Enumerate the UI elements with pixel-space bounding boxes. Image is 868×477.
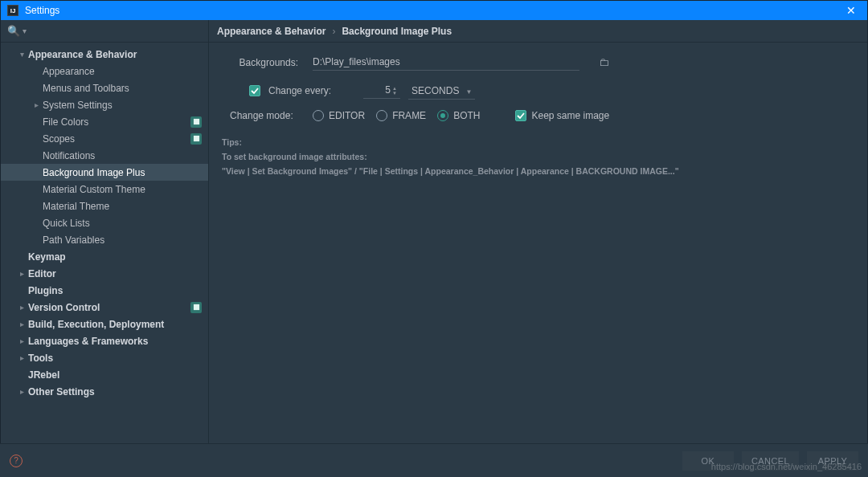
tree-item-label: File Colors: [43, 116, 190, 128]
backgrounds-row: Backgrounds: 🗀: [222, 54, 859, 71]
folder-icon[interactable]: 🗀: [599, 56, 609, 68]
change-every-row: Change every: ▲▼ SECONDS ▼: [222, 82, 859, 99]
help-icon[interactable]: ?: [10, 455, 23, 467]
tree-row[interactable]: ▸Version Control: [1, 299, 208, 316]
close-icon[interactable]: ✕: [841, 4, 861, 17]
tree-row[interactable]: Menus and Toolbars: [1, 80, 208, 96]
search-bar[interactable]: 🔍 ▾: [1, 20, 208, 43]
tree-item-label: Background Image Plus: [43, 167, 202, 178]
chevron-right-icon: ›: [332, 26, 335, 37]
project-scope-icon: [190, 302, 202, 313]
chevron-down-icon[interactable]: ▾: [23, 26, 27, 35]
settings-tree: ▾Appearance & BehaviorAppearanceMenus an…: [1, 43, 208, 476]
tree-row[interactable]: ▾Appearance & Behavior: [1, 46, 208, 63]
tree-item-label: System Settings: [43, 100, 202, 111]
chevron-right-icon[interactable]: ▸: [15, 269, 28, 278]
keep-same-label: Keep same image: [531, 110, 609, 121]
mode-both-radio[interactable]: [437, 110, 448, 121]
ok-button[interactable]: OK: [682, 451, 734, 471]
tree-item-label: Editor: [28, 268, 202, 279]
tree-item-label: Version Control: [28, 302, 190, 313]
tree-row[interactable]: Background Image Plus: [1, 164, 208, 181]
project-scope-icon: [190, 116, 202, 128]
tree-item-label: Build, Execution, Deployment: [28, 319, 202, 330]
titlebar: IJ Settings ✕: [1, 1, 867, 20]
tree-item-label: Plugins: [28, 285, 202, 296]
settings-window: IJ Settings ✕ 🔍 ▾ ▾Appearance & Behavior…: [0, 0, 868, 477]
chevron-right-icon[interactable]: ▸: [15, 387, 28, 396]
dialog-footer: ? OK CANCEL APPLY: [0, 443, 868, 477]
backgrounds-input[interactable]: [313, 54, 579, 71]
change-every-checkbox[interactable]: [249, 85, 260, 96]
tree-row[interactable]: ▸Build, Execution, Deployment: [1, 316, 208, 332]
mode-editor-radio[interactable]: [313, 110, 324, 121]
mode-frame-radio[interactable]: [376, 110, 387, 121]
tree-row[interactable]: Scopes: [1, 130, 208, 147]
search-icon: 🔍: [7, 25, 20, 37]
change-mode-row: Change mode: EDITOR FRAME BOTH: [222, 110, 859, 121]
tree-item-label: Material Custom Theme: [43, 184, 202, 195]
breadcrumb-parent[interactable]: Appearance & Behavior: [217, 26, 326, 37]
keep-same-checkbox[interactable]: [515, 110, 526, 121]
tree-item-label: Tools: [28, 353, 202, 364]
svg-rect-0: [193, 119, 199, 124]
tree-row[interactable]: Material Theme: [1, 198, 208, 214]
tree-row[interactable]: ▸Editor: [1, 265, 208, 282]
sidebar: 🔍 ▾ ▾Appearance & BehaviorAppearanceMenu…: [1, 20, 209, 476]
cancel-button[interactable]: CANCEL: [742, 451, 799, 471]
tree-row[interactable]: ▸Tools: [1, 349, 208, 366]
tree-row[interactable]: Quick Lists: [1, 214, 208, 231]
tree-row[interactable]: Appearance: [1, 63, 208, 80]
mode-editor-label: EDITOR: [329, 110, 365, 121]
tree-row[interactable]: Material Custom Theme: [1, 181, 208, 198]
tree-item-label: Quick Lists: [43, 218, 202, 229]
change-every-label: Change every:: [268, 85, 331, 96]
window-title: Settings: [25, 5, 59, 16]
svg-rect-1: [193, 136, 199, 141]
tree-row[interactable]: ▸System Settings: [1, 96, 208, 113]
tree-row[interactable]: Plugins: [1, 282, 208, 299]
chevron-down-icon[interactable]: ▾: [15, 50, 28, 59]
content-panel: Appearance & Behavior › Background Image…: [209, 20, 867, 476]
tree-item-label: Other Settings: [28, 386, 202, 398]
tips-title: Tips:: [222, 136, 859, 150]
mode-frame-label: FRAME: [392, 110, 426, 121]
chevron-right-icon[interactable]: ▸: [15, 336, 28, 345]
chevron-right-icon[interactable]: ▸: [15, 353, 28, 362]
tree-item-label: JRebel: [28, 369, 202, 381]
tips-body1: To set background image attributes:: [222, 152, 367, 161]
tree-item-label: Material Theme: [43, 201, 202, 212]
number-stepper[interactable]: ▲▼: [392, 82, 400, 99]
chevron-right-icon[interactable]: ▸: [15, 320, 28, 328]
tree-item-label: Menus and Toolbars: [43, 83, 202, 94]
chevron-right-icon[interactable]: ▸: [30, 100, 43, 109]
tree-row[interactable]: File Colors: [1, 113, 208, 130]
change-mode-label: Change mode:: [222, 110, 298, 121]
backgrounds-label: Backgrounds:: [222, 57, 298, 68]
mode-both-label: BOTH: [453, 110, 480, 121]
tree-row[interactable]: Notifications: [1, 147, 208, 164]
tree-item-label: Languages & Frameworks: [28, 336, 202, 347]
tips-block: Tips: To set background image attributes…: [222, 136, 859, 179]
tree-row[interactable]: JRebel: [1, 366, 208, 383]
breadcrumb-child: Background Image Plus: [342, 26, 452, 37]
breadcrumb: Appearance & Behavior › Background Image…: [209, 20, 867, 43]
tree-row[interactable]: ▸Languages & Frameworks: [1, 332, 208, 349]
apply-button[interactable]: APPLY: [807, 451, 858, 471]
tips-body2: "View | Set Background Images" / "File |…: [222, 166, 679, 176]
app-icon: IJ: [7, 5, 18, 16]
chevron-right-icon[interactable]: ▸: [15, 303, 28, 312]
svg-rect-2: [193, 304, 199, 310]
tree-item-label: Scopes: [43, 133, 190, 145]
tree-item-label: Appearance: [43, 66, 202, 77]
tree-item-label: Notifications: [43, 150, 202, 161]
project-scope-icon: [190, 133, 202, 145]
chevron-down-icon: ▼: [465, 88, 472, 96]
tree-item-label: Path Variables: [43, 234, 202, 246]
tree-item-label: Keymap: [28, 251, 202, 263]
tree-row[interactable]: ▸Other Settings: [1, 383, 208, 400]
tree-row[interactable]: Path Variables: [1, 231, 208, 248]
tree-item-label: Appearance & Behavior: [28, 49, 202, 60]
tree-row[interactable]: Keymap: [1, 248, 208, 265]
